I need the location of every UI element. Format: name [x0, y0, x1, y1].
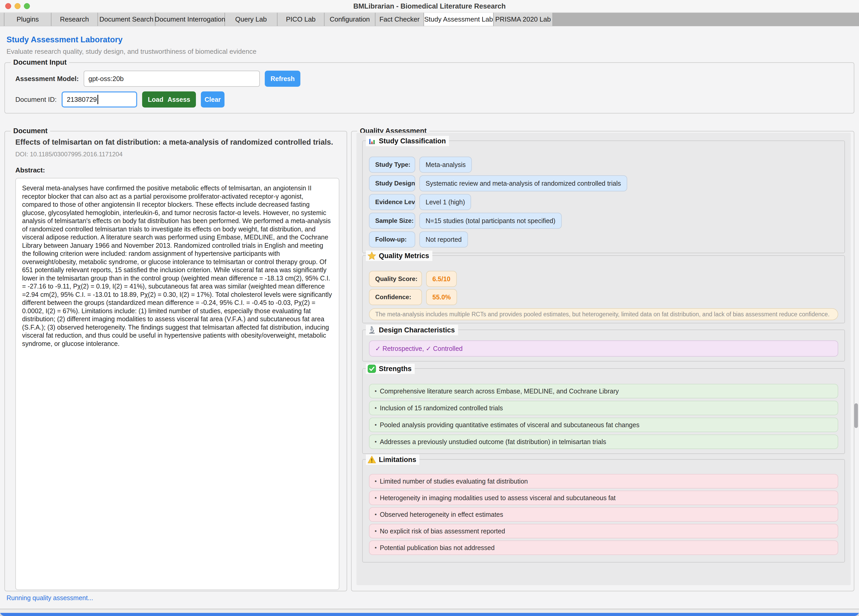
- assessment-model-row: Assessment Model: gpt-oss:20b Refresh: [15, 71, 846, 87]
- bottom-accent-bar: [0, 613, 859, 616]
- bar-chart-icon: [367, 137, 376, 145]
- study-classification-section: Study Classification Study Type: Meta-an…: [362, 140, 845, 253]
- confidence-label: Confidence:: [369, 289, 422, 305]
- document-legend: Document: [11, 127, 50, 135]
- tab-document-interrogation[interactable]: Document Interrogation: [155, 13, 225, 26]
- abstract-label: Abstract:: [15, 166, 338, 174]
- document-input-legend: Document Input: [11, 58, 69, 67]
- design-characteristics-title: Design Characteristics: [379, 326, 455, 334]
- limitations-title: Limitations: [379, 456, 416, 464]
- document-id-input[interactable]: 21380729: [62, 91, 137, 108]
- limitations-section: Limitations Limited number of studies ev…: [362, 459, 845, 563]
- evidence-level-value: Level 1 (high): [419, 194, 471, 210]
- classification-row: Sample Size: N=15 studies (total partici…: [369, 213, 838, 229]
- document-id-value: 21380729: [67, 95, 97, 104]
- tab-query-lab[interactable]: Query Lab: [225, 13, 278, 26]
- check-box-icon: [367, 364, 376, 373]
- page-title: Study Assessment Laboratory: [6, 35, 256, 44]
- limitation-item: Observed heterogeneity in effect estimat…: [369, 507, 838, 522]
- tab-fact-checker[interactable]: Fact Checker: [375, 13, 424, 26]
- classification-row: Study Design Systematic review and meta-…: [369, 175, 838, 192]
- document-title: Effects of telmisartan on fat distributi…: [15, 137, 338, 147]
- limitation-item: No explicit risk of bias assessment repo…: [369, 524, 838, 538]
- document-id-row: Document ID: 21380729 Load Assess Clear: [15, 91, 846, 108]
- load-assess-button[interactable]: Load Assess: [142, 91, 196, 108]
- page-subtitle: Evaluate research quality, study design,…: [6, 48, 256, 56]
- quality-metrics-title: Quality Metrics: [379, 252, 429, 260]
- tabbar-left-pad: [0, 13, 5, 26]
- quality-metrics-header: Quality Metrics: [366, 251, 433, 261]
- strengths-title: Strengths: [379, 365, 412, 373]
- quality-scroll-area[interactable]: Study Classification Study Type: Meta-an…: [356, 133, 851, 585]
- assessment-model-value: gpt-oss:20b: [88, 75, 124, 83]
- strength-item: Pooled analysis providing quantitative e…: [369, 418, 838, 432]
- assessment-model-label: Assessment Model:: [15, 75, 79, 83]
- design-characteristics-value: ✓ Retrospective, ✓ Controlled: [369, 340, 838, 357]
- metrics-row: Confidence: 55.0%: [369, 289, 838, 305]
- study-design-value: Systematic review and meta-analysis of r…: [419, 175, 627, 192]
- vertical-scrollbar-thumb[interactable]: [854, 403, 858, 428]
- document-doi: DOI: 10.1185/03007995.2016.1171204: [15, 151, 338, 158]
- app-window: BMLibrarian - Biomedical Literature Rese…: [0, 0, 859, 616]
- classification-row: Study Type: Meta-analysis: [369, 157, 838, 173]
- study-design-label: Study Design: [369, 175, 415, 192]
- assessment-model-input[interactable]: gpt-oss:20b: [84, 71, 260, 87]
- design-characteristics-section: Design Characteristics ✓ Retrospective, …: [362, 329, 845, 362]
- star-icon: [367, 251, 376, 260]
- follow-up-label: Follow-up:: [369, 231, 415, 248]
- classification-row: Follow-up: Not reported: [369, 231, 838, 248]
- limitations-header: Limitations: [366, 454, 419, 465]
- titlebar: BMLibrarian - Biomedical Literature Rese…: [0, 0, 859, 12]
- tab-study-assessment-lab[interactable]: Study Assessment Lab: [424, 13, 494, 26]
- tabbar-fill: [553, 13, 859, 26]
- limitation-item: Heterogeneity in imaging modalities used…: [369, 491, 838, 505]
- confidence-note: The meta-analysis includes multiple RCTs…: [369, 308, 838, 320]
- quality-score-value: 6.5/10: [426, 271, 457, 287]
- text-caret: [97, 95, 98, 104]
- warning-icon: [367, 455, 376, 464]
- tab-configuration[interactable]: Configuration: [325, 13, 375, 26]
- strength-item: Inclusion of 15 randomized controlled tr…: [369, 401, 838, 415]
- study-classification-title: Study Classification: [379, 137, 446, 145]
- design-characteristics-header: Design Characteristics: [366, 325, 458, 335]
- document-input-group: Document Input Assessment Model: gpt-oss…: [5, 62, 854, 114]
- strengths-header: Strengths: [366, 363, 415, 374]
- status-message: Running quality assessment...: [6, 594, 93, 602]
- tab-prisma-2020-lab[interactable]: PRISMA 2020 Lab: [494, 13, 553, 26]
- microscope-icon: [367, 326, 376, 334]
- quality-assessment-group: Quality Assessment Study Classification …: [351, 131, 854, 591]
- tab-plugins[interactable]: Plugins: [5, 13, 52, 26]
- page-header: Study Assessment Laboratory Evaluate res…: [6, 35, 256, 56]
- confidence-number: 55.0%: [433, 293, 451, 301]
- sample-size-label: Sample Size:: [369, 213, 415, 229]
- abstract-textbox[interactable]: Several meta-analyses have confirmed the…: [15, 178, 339, 590]
- classification-row: Evidence Lev Level 1 (high): [369, 194, 838, 210]
- refresh-button[interactable]: Refresh: [265, 71, 300, 87]
- clear-button[interactable]: Clear: [201, 91, 225, 108]
- strength-item: Comprehensive literature search across E…: [369, 384, 838, 398]
- strengths-section: Strengths Comprehensive literature searc…: [362, 368, 845, 454]
- limitation-item: Limited number of studies evaluating fat…: [369, 474, 838, 488]
- window-title: BMLibrarian - Biomedical Literature Rese…: [0, 0, 859, 12]
- follow-up-value: Not reported: [419, 231, 468, 248]
- tab-document-search[interactable]: Document Search: [98, 13, 155, 26]
- sample-size-value: N=15 studies (total participants not spe…: [419, 213, 562, 229]
- strength-item: Addresses a previously unstudied outcome…: [369, 435, 838, 449]
- evidence-level-label: Evidence Lev: [369, 194, 415, 210]
- tab-bar: Plugins Research Document Search Documen…: [0, 13, 859, 26]
- quality-score-label: Quality Score:: [369, 271, 422, 287]
- document-group: Document Effects of telmisartan on fat d…: [5, 131, 347, 591]
- study-classification-header: Study Classification: [366, 136, 449, 146]
- tab-research[interactable]: Research: [52, 13, 98, 26]
- limitation-item: Potential publication bias not addressed: [369, 540, 838, 555]
- metrics-row: Quality Score: 6.5/10: [369, 271, 838, 287]
- quality-metrics-section: Quality Metrics Quality Score: 6.5/10 Co…: [362, 255, 845, 323]
- study-type-label: Study Type:: [369, 157, 415, 173]
- document-id-label: Document ID:: [15, 95, 57, 104]
- confidence-value: 55.0%: [426, 289, 457, 305]
- tab-pico-lab[interactable]: PICO Lab: [278, 13, 325, 26]
- quality-score-number: 6.5/10: [433, 275, 451, 283]
- study-type-value: Meta-analysis: [419, 157, 472, 173]
